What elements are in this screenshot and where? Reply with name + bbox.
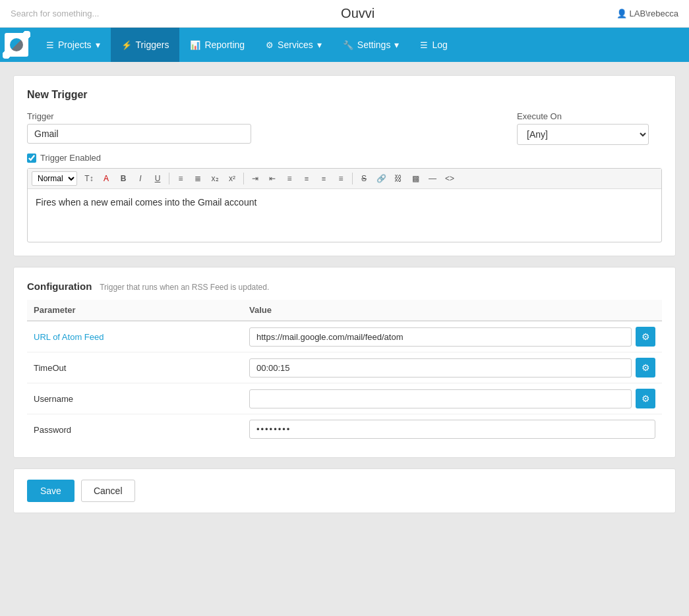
search-bar[interactable]: Search for something... xyxy=(11,9,99,18)
triggers-icon: ⚡ xyxy=(121,40,132,50)
toolbar-sep-1 xyxy=(169,173,169,184)
trigger-name-input[interactable] xyxy=(27,124,251,144)
param-label: Password xyxy=(34,425,71,435)
param-value-wrapper: ⚙ xyxy=(249,327,655,347)
chevron-down-icon: ▾ xyxy=(96,40,100,50)
nav-label-reporting: Reporting xyxy=(204,40,245,50)
table-row: Username⚙ xyxy=(27,383,662,414)
save-button[interactable]: Save xyxy=(27,480,75,502)
toolbar-justify[interactable]: ≡ xyxy=(333,171,349,186)
execute-on-label: Execute On xyxy=(517,111,662,121)
param-value-cell xyxy=(243,414,662,445)
toolbar-bold[interactable]: B xyxy=(115,171,131,186)
nav-item-projects[interactable]: ☰ Projects ▾ xyxy=(36,28,111,62)
toolbar-outdent[interactable]: ⇤ xyxy=(264,171,280,186)
param-label: Username xyxy=(34,394,73,404)
trigger-enabled-row: Trigger Enabled xyxy=(27,153,662,163)
projects-icon: ☰ xyxy=(46,40,54,50)
toolbar-italic[interactable]: I xyxy=(133,171,148,186)
param-name-cell: TimeOut xyxy=(27,352,243,383)
toolbar-align-left[interactable]: ≡ xyxy=(282,171,297,186)
execute-on-select[interactable]: [Any] xyxy=(517,124,649,145)
nav-item-services[interactable]: ⚙ Services ▾ xyxy=(255,28,332,62)
param-col-header: Parameter xyxy=(27,300,243,321)
table-row: TimeOut⚙ xyxy=(27,352,662,383)
table-row: Password xyxy=(27,414,662,445)
app-title: Ouvvi xyxy=(341,6,374,21)
config-header: Configuration Trigger that runs when an … xyxy=(27,281,662,292)
editor-content-area[interactable]: Fires when a new email comes into the Gm… xyxy=(28,189,661,242)
param-input-url-of-atom-feed[interactable] xyxy=(249,327,632,347)
chevron-down-icon-services: ▾ xyxy=(317,40,322,50)
main-nav: ☰ Projects ▾ ⚡ Triggers 📊 Reporting ⚙ Se… xyxy=(0,28,689,62)
config-title: Configuration xyxy=(27,281,92,292)
param-value-wrapper: ⚙ xyxy=(249,358,655,378)
value-col-header: Value xyxy=(243,300,662,321)
nav-item-reporting[interactable]: 📊 Reporting xyxy=(179,28,255,62)
new-trigger-card: New Trigger Trigger Execute On [Any] Tri… xyxy=(13,75,676,256)
param-label[interactable]: URL of Atom Feed xyxy=(34,332,104,342)
params-table: Parameter Value URL of Atom Feed⚙TimeOut… xyxy=(27,300,662,444)
param-input-timeout[interactable] xyxy=(249,358,632,378)
nav-item-log[interactable]: ☰ Log xyxy=(409,28,458,62)
param-value-cell: ⚙ xyxy=(243,383,662,414)
trigger-name-group: Trigger xyxy=(27,111,504,144)
toolbar-sep-3 xyxy=(352,173,353,184)
param-name-cell: Username xyxy=(27,383,243,414)
nav-label-triggers: Triggers xyxy=(136,40,169,50)
toolbar-hr[interactable]: — xyxy=(425,171,440,186)
gear-button[interactable]: ⚙ xyxy=(636,358,655,378)
toolbar-source[interactable]: <> xyxy=(442,171,458,186)
chevron-down-icon-settings: ▾ xyxy=(394,40,399,50)
toolbar-indent[interactable]: ⇥ xyxy=(247,171,263,186)
reporting-icon: 📊 xyxy=(190,40,200,50)
execute-on-group: Execute On [Any] xyxy=(517,111,662,145)
gear-button[interactable]: ⚙ xyxy=(636,327,655,347)
toolbar-link[interactable]: 🔗 xyxy=(373,171,389,186)
param-input-password[interactable] xyxy=(249,420,655,439)
settings-icon: 🔧 xyxy=(343,40,353,50)
param-value-wrapper: ⚙ xyxy=(249,389,655,408)
nav-label-settings: Settings xyxy=(357,40,391,50)
toolbar-strikethrough[interactable]: S xyxy=(356,171,372,186)
toolbar-unlink[interactable]: ⛓ xyxy=(390,171,406,186)
table-header-row: Parameter Value xyxy=(27,300,662,321)
new-trigger-title: New Trigger xyxy=(27,89,662,101)
toolbar-sep-2 xyxy=(243,173,244,184)
nav-item-triggers[interactable]: ⚡ Triggers xyxy=(111,28,180,62)
gear-button[interactable]: ⚙ xyxy=(636,389,655,408)
nav-label-services: Services xyxy=(278,40,313,50)
trigger-enabled-checkbox[interactable] xyxy=(27,154,36,163)
toolbar-ordered-list[interactable]: ≡ xyxy=(173,171,189,186)
footer-card: Save Cancel xyxy=(13,468,676,513)
param-input-username[interactable] xyxy=(249,389,632,408)
configuration-card: Configuration Trigger that runs when an … xyxy=(13,267,676,458)
nav-label-projects: Projects xyxy=(58,40,92,50)
trigger-enabled-label: Trigger Enabled xyxy=(40,153,101,163)
toolbar-unordered-list[interactable]: ≣ xyxy=(190,171,206,186)
app-logo xyxy=(3,31,30,59)
user-info: LAB\rebecca xyxy=(616,9,678,18)
toolbar-align-right[interactable]: ≡ xyxy=(316,171,332,186)
cancel-button[interactable]: Cancel xyxy=(81,480,135,502)
log-icon: ☰ xyxy=(420,40,428,50)
toolbar-underline[interactable]: U xyxy=(150,171,165,186)
nav-label-log: Log xyxy=(432,40,447,50)
toolbar-align-center[interactable]: ≡ xyxy=(299,171,315,186)
toolbar-font-color[interactable]: A xyxy=(98,171,114,186)
toolbar-highlight[interactable]: ▩ xyxy=(407,171,423,186)
nav-item-settings[interactable]: 🔧 Settings ▾ xyxy=(332,28,410,62)
param-value-cell: ⚙ xyxy=(243,321,662,352)
format-select[interactable]: Normal xyxy=(32,171,77,186)
trigger-form-row: Trigger Execute On [Any] xyxy=(27,111,662,145)
config-subtitle: Trigger that runs when an RSS Feed is up… xyxy=(100,283,269,292)
toolbar-superscript[interactable]: x² xyxy=(224,171,240,186)
toolbar-font-size[interactable]: T↕ xyxy=(81,171,97,186)
page-content: New Trigger Trigger Execute On [Any] Tri… xyxy=(0,62,689,616)
toolbar-subscript[interactable]: x₂ xyxy=(207,171,223,186)
table-row: URL of Atom Feed⚙ xyxy=(27,321,662,352)
param-value-cell: ⚙ xyxy=(243,352,662,383)
param-name-cell: Password xyxy=(27,414,243,445)
editor-toolbar: Normal T↕ A B I U ≡ ≣ x₂ x² ⇥ ⇤ ≡ ≡ ≡ ≡ xyxy=(28,169,661,189)
param-label: TimeOut xyxy=(34,363,66,373)
